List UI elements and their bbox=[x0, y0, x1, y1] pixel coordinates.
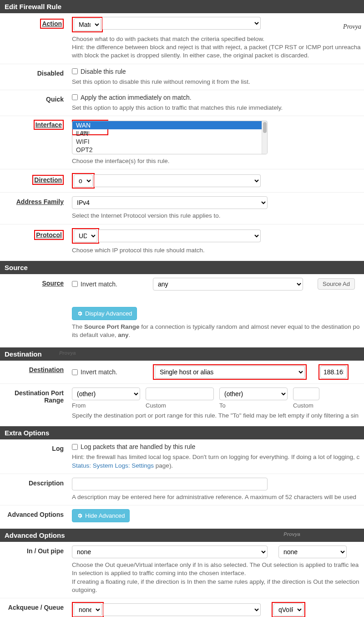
dest-to-custom-input[interactable] bbox=[293, 388, 319, 400]
display-advanced-label: Display Advanced bbox=[85, 310, 132, 317]
help-quick: Set this option to apply this action to … bbox=[72, 104, 364, 112]
action-select-ext[interactable] bbox=[102, 17, 261, 30]
description-input[interactable] bbox=[72, 478, 268, 490]
scrollbar[interactable] bbox=[262, 121, 267, 154]
label-interface: Interface bbox=[35, 121, 62, 128]
label-description: Description bbox=[29, 479, 64, 487]
dest-address-input[interactable] bbox=[320, 366, 347, 378]
dest-from-label: From bbox=[72, 402, 140, 409]
quick-checkbox[interactable] bbox=[72, 94, 78, 100]
display-advanced-button[interactable]: Display Advanced bbox=[72, 307, 137, 320]
source-invert-label: Invert match. bbox=[81, 280, 117, 288]
help-source: The Source Port Range for a connection i… bbox=[72, 323, 364, 339]
help-protocol: Choose which IP protocol this rule shoul… bbox=[72, 246, 364, 255]
label-addrfam: Address Family bbox=[16, 198, 64, 205]
dest-invert-label: Invert match. bbox=[81, 368, 117, 376]
log-checkbox[interactable] bbox=[72, 444, 78, 450]
source-title: Source bbox=[5, 264, 28, 271]
panel-header-advanced: Advanced Options Provya bbox=[0, 529, 364, 542]
interface-multiselect[interactable]: WAN LAN WIFI OPT2 bbox=[72, 121, 268, 154]
interface-opt-wan2[interactable]: WAN bbox=[72, 121, 267, 129]
row-ackqueue: Ackqueue / Queue none qVoIP Choose the A… bbox=[0, 598, 364, 617]
watermark-adv: Provya bbox=[283, 531, 300, 537]
dest-from-custom-input[interactable] bbox=[146, 388, 214, 400]
row-dest-port: Destination Port Range (other) From Cust… bbox=[0, 384, 364, 426]
label-action: Action bbox=[42, 20, 62, 27]
row-interface: Interface WAN LAN WAN LAN WIFI OPT2 Choo… bbox=[0, 116, 364, 169]
label-destination: Destination bbox=[29, 366, 64, 373]
syslog-link[interactable]: Status: System Logs: Settings bbox=[72, 462, 154, 469]
row-destination: Destination Invert match. Single host or… bbox=[0, 361, 364, 384]
label-ackqueue: Ackqueue / Queue bbox=[8, 604, 64, 611]
row-direction: Direction out bbox=[0, 169, 364, 193]
help-dest-port: Specify the destination port or port ran… bbox=[72, 412, 364, 420]
help-disabled: Set this option to disable this rule wit… bbox=[72, 78, 364, 86]
panel-header-extra: Extra Options bbox=[0, 426, 364, 439]
watermark: Provya bbox=[343, 23, 361, 31]
direction-select-ext[interactable] bbox=[94, 174, 261, 187]
label-source: Source bbox=[42, 280, 64, 287]
panel-title: Edit Firewall Rule bbox=[5, 3, 61, 10]
ackqueue-select[interactable]: none bbox=[74, 603, 102, 616]
pipe-in-select[interactable]: none bbox=[72, 546, 268, 558]
row-quick: Quick Apply the action immediately on ma… bbox=[0, 90, 364, 116]
source-invert-checkbox[interactable] bbox=[72, 281, 78, 287]
extra-title: Extra Options bbox=[5, 429, 49, 437]
interface-opt-opt2[interactable]: OPT2 bbox=[72, 146, 267, 154]
gear-icon bbox=[77, 311, 83, 316]
row-source: Source Invert match. any Source Ad Displ… bbox=[0, 274, 364, 347]
protocol-select-ext[interactable] bbox=[99, 229, 261, 242]
row-action: Action Match Choose what to do with pack… bbox=[0, 13, 364, 64]
dest-from-select[interactable]: (other) bbox=[72, 388, 140, 400]
dest-type-select[interactable]: Single host or alias bbox=[155, 366, 305, 378]
help-log: Hint: the firewall has limited local log… bbox=[72, 453, 364, 469]
interface-opt-lan2[interactable]: LAN bbox=[72, 129, 267, 138]
source-type-select[interactable]: any bbox=[153, 278, 303, 291]
label-direction: Direction bbox=[34, 176, 62, 184]
dest-title: Destination bbox=[5, 350, 42, 358]
hide-advanced-button[interactable]: Hide Advanced bbox=[72, 509, 130, 522]
help-description: A description may be entered here for ad… bbox=[72, 493, 364, 501]
protocol-select[interactable]: UDP bbox=[74, 229, 97, 242]
panel-header-destination: Destination Provya bbox=[0, 347, 364, 361]
row-protocol: Protocol UDP Choose which IP protocol th… bbox=[0, 224, 364, 261]
interface-opt-wifi[interactable]: WIFI bbox=[72, 138, 267, 146]
label-quick: Quick bbox=[46, 96, 64, 103]
label-advopt: Advanced Options bbox=[7, 511, 64, 518]
dest-to-select[interactable]: (other) bbox=[219, 388, 288, 400]
label-protocol: Protocol bbox=[36, 231, 62, 239]
direction-select[interactable]: out bbox=[74, 174, 93, 187]
dest-to-custom-label: Custom bbox=[293, 402, 319, 409]
pipe-out-select[interactable]: none bbox=[278, 546, 347, 558]
panel-header-source: Source bbox=[0, 261, 364, 274]
source-advanced-button[interactable]: Source Ad bbox=[318, 278, 355, 290]
disabled-checkbox[interactable] bbox=[72, 68, 78, 74]
row-pipe: In / Out pipe none none Choose the Out q… bbox=[0, 542, 364, 598]
help-interface: Choose the interface(s) for this rule. bbox=[72, 157, 364, 165]
label-disabled: Disabled bbox=[37, 70, 64, 77]
row-log: Log Log packets that are handled by this… bbox=[0, 439, 364, 474]
ackqueue-select-ext[interactable] bbox=[103, 603, 261, 616]
row-disabled: Disabled Disable this rule Set this opti… bbox=[0, 64, 364, 90]
dest-invert-checkbox[interactable] bbox=[72, 369, 78, 375]
queue-select[interactable]: qVoIP bbox=[273, 603, 303, 616]
help-addrfam: Select the Internet Protocol version thi… bbox=[72, 212, 364, 220]
advanced-title: Advanced Options bbox=[5, 531, 65, 539]
label-dest-port: Destination Port Range bbox=[15, 389, 64, 404]
hide-advanced-label: Hide Advanced bbox=[85, 512, 125, 519]
action-select[interactable]: Match bbox=[74, 18, 101, 31]
dest-to-label: To bbox=[219, 402, 288, 409]
quick-cb-label: Apply the action immediately on match. bbox=[81, 94, 192, 101]
watermark-dest: Provya bbox=[59, 350, 76, 356]
row-addrfam: Address Family IPv4 Select the Internet … bbox=[0, 193, 364, 224]
gear-icon bbox=[77, 513, 83, 519]
row-advopt: Advanced Options Hide Advanced bbox=[0, 505, 364, 529]
disabled-cb-label: Disable this rule bbox=[81, 68, 126, 75]
row-description: Description A description may be entered… bbox=[0, 474, 364, 505]
help-pipe: Choose the Out queue/Virtual interface o… bbox=[72, 561, 364, 594]
panel-header-edit-rule: Edit Firewall Rule bbox=[0, 0, 364, 13]
addrfam-select[interactable]: IPv4 bbox=[72, 196, 268, 209]
label-pipe: In / Out pipe bbox=[27, 547, 64, 555]
help-action: Choose what to do with packets that matc… bbox=[72, 35, 364, 60]
label-log: Log bbox=[52, 445, 64, 452]
